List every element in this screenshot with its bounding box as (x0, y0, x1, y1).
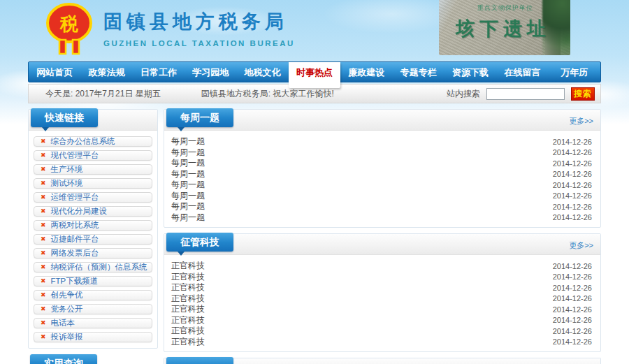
quick-link-item[interactable]: ✖ 迈捷邮件平台 (34, 234, 152, 245)
article-link[interactable]: 每周一题 (171, 212, 205, 224)
cross-bullet-icon: ✖ (41, 194, 46, 201)
quick-link-item[interactable]: ✖ 生产环境 (34, 164, 152, 175)
quick-link-item[interactable]: ✖ 网络发票后台 (34, 248, 152, 259)
quick-link-label: 生产环境 (51, 166, 83, 174)
quick-link-label: 运维管理平台 (51, 194, 99, 202)
nav-item[interactable]: 日常工作 (133, 62, 185, 82)
article-date: 2014-12-26 (553, 305, 592, 314)
section-header (164, 358, 600, 364)
article-list: 正官科技 2014-12-26 正官科技 2014-12-26 正官科技 201… (164, 255, 600, 351)
quick-link-label: 党务公开 (51, 305, 83, 314)
article-row: 正官科技 2014-12-26 (171, 337, 592, 348)
section-title-tab: 征管科技 (166, 233, 233, 252)
quick-link-label: 纳税评估（预测）信息系统 (51, 263, 147, 272)
nav-item[interactable]: 资源下载 (444, 62, 496, 82)
article-link[interactable]: 正官科技 (171, 293, 205, 305)
today-date-text: 今天是: 2017年7月21日 星期五 (45, 88, 161, 100)
article-row: 正官科技 2014-12-26 (171, 261, 592, 272)
article-row: 正官科技 2014-12-26 (171, 326, 592, 337)
search-button[interactable]: 搜索 (571, 87, 595, 101)
article-link[interactable]: 正官科技 (171, 314, 205, 326)
quick-link-item[interactable]: ✖ 电话本 (34, 318, 152, 328)
quick-link-item[interactable]: ✖ 两税对比系统 (34, 220, 152, 231)
article-link[interactable]: 每周一题 (171, 147, 205, 159)
nav-item[interactable]: 学习园地 (185, 62, 236, 82)
nav-item[interactable]: 在线留言 (496, 62, 548, 82)
article-link[interactable]: 正官科技 (171, 336, 205, 348)
cross-bullet-icon: ✖ (41, 208, 46, 214)
article-row: 每周一题 2014-12-26 (171, 191, 592, 202)
cross-bullet-icon: ✖ (41, 334, 46, 340)
cross-bullet-icon: ✖ (41, 152, 46, 159)
article-link[interactable]: 每周一题 (171, 179, 205, 191)
article-link[interactable]: 每周一题 (171, 201, 205, 212)
quick-link-item[interactable]: ✖ FTP下载频道 (34, 276, 152, 286)
quick-link-item[interactable]: ✖ 投诉举报 (34, 332, 152, 342)
article-row: 每周一题 2014-12-26 (171, 201, 592, 212)
page: 税 固镇县地方税务局 GUZHEN LOCAL TAXATION BUREAU … (0, 0, 629, 364)
cross-bullet-icon: ✖ (41, 278, 46, 284)
quick-link-label: 综合办公信息系统 (51, 138, 115, 146)
gaixia-ruins-photo: 重点文物保护单位 垓下遗址 (439, 0, 570, 55)
article-link[interactable]: 每周一题 (171, 136, 205, 147)
cross-bullet-icon: ✖ (41, 222, 46, 228)
sidebar: 快速链接 ✖ 综合办公信息系统 ✖ 现代管理平台 (28, 109, 158, 364)
cross-bullet-icon: ✖ (41, 138, 46, 145)
cross-bullet-icon: ✖ (41, 320, 46, 326)
article-date: 2014-12-26 (553, 284, 592, 292)
article-row: 每周一题 2014-12-26 (171, 180, 592, 191)
article-date: 2014-12-26 (553, 203, 592, 211)
nav-item[interactable]: 政策法规 (80, 62, 132, 82)
article-date: 2014-12-26 (553, 213, 592, 221)
quick-link-item[interactable]: ✖ 综合办公信息系统 (34, 136, 152, 147)
nav-item[interactable]: 专题专栏 (393, 62, 444, 82)
quick-link-item[interactable]: ✖ 现代化分局建设 (34, 206, 152, 217)
article-link[interactable]: 正官科技 (171, 271, 205, 283)
article-link[interactable]: 每周一题 (171, 157, 205, 169)
article-date: 2014-12-26 (553, 327, 592, 335)
article-date: 2014-12-26 (553, 272, 592, 281)
cross-bullet-icon: ✖ (41, 166, 46, 173)
sidebar-footer-tab: 实用查询 (30, 354, 97, 364)
article-row: 正官科技 2014-12-26 (171, 315, 592, 326)
nav-item[interactable]: 地税文化 (236, 62, 288, 82)
article-date: 2014-12-26 (553, 170, 592, 178)
article-row: 每周一题 2014-12-26 (171, 136, 592, 147)
quick-link-item[interactable]: ✖ 测试环境 (34, 178, 152, 189)
content-area: 快速链接 ✖ 综合办公信息系统 ✖ 现代管理平台 (28, 109, 601, 364)
article-link[interactable]: 正官科技 (171, 303, 205, 315)
quick-links-header: 快速链接 (29, 110, 157, 131)
quick-link-item[interactable]: ✖ 党务公开 (34, 304, 152, 314)
article-link[interactable]: 正官科技 (171, 325, 205, 337)
quick-link-item[interactable]: ✖ 纳税评估（预测）信息系统 (34, 262, 152, 272)
nav-item[interactable]: 万年历 (549, 62, 600, 82)
cross-bullet-icon: ✖ (41, 180, 46, 187)
article-link[interactable]: 每周一题 (171, 190, 205, 202)
taxation-bureau-logo-icon: 税 (43, 2, 95, 58)
main-navigation: 网站首页 政策法规 日常工作 学习园地 地税文化 时事热点 廉政建设 专题专栏 … (28, 61, 601, 82)
logo-character: 税 (59, 13, 78, 34)
article-link[interactable]: 正官科技 (171, 260, 205, 272)
more-link[interactable]: 更多>> (569, 240, 593, 251)
quick-link-label: FTP下载频道 (51, 277, 99, 286)
search-input[interactable] (486, 88, 565, 100)
quick-links-panel: 快速链接 ✖ 综合办公信息系统 ✖ 现代管理平台 (28, 109, 158, 349)
site-header: 税 固镇县地方税务局 GUZHEN LOCAL TAXATION BUREAU … (0, 0, 629, 61)
cross-bullet-icon: ✖ (41, 306, 46, 312)
article-date: 2014-12-26 (553, 262, 592, 270)
quick-link-label: 现代管理平台 (51, 152, 99, 160)
nav-item[interactable]: 时事热点 (289, 62, 340, 88)
nav-item[interactable]: 廉政建设 (340, 62, 392, 82)
more-link[interactable]: 更多>> (569, 116, 593, 126)
article-date: 2014-12-26 (553, 337, 592, 346)
article-link[interactable]: 正官科技 (171, 282, 205, 293)
quick-link-item[interactable]: ✖ 运维管理平台 (34, 192, 152, 203)
quick-link-item[interactable]: ✖ 创先争优 (34, 290, 152, 300)
cross-bullet-icon: ✖ (41, 236, 46, 242)
article-date: 2014-12-26 (553, 294, 592, 303)
article-link[interactable]: 每周一题 (171, 168, 205, 180)
nav-item[interactable]: 网站首页 (29, 62, 80, 82)
quick-link-item[interactable]: ✖ 现代管理平台 (34, 150, 152, 161)
quick-link-label: 迈捷邮件平台 (51, 235, 99, 244)
cross-bullet-icon: ✖ (41, 250, 46, 256)
